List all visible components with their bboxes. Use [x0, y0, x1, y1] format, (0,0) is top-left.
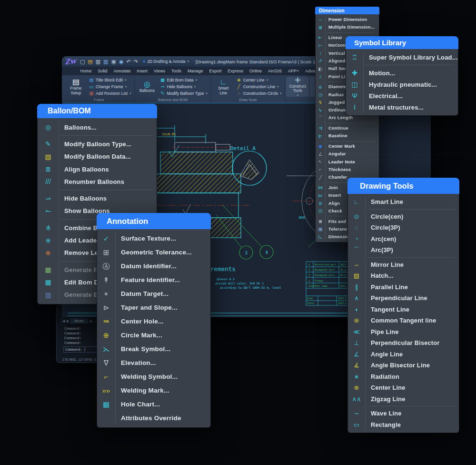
menu-item-renumber-balloons[interactable]: ///Renumber Balloons — [38, 175, 157, 188]
menu-item-elevation[interactable]: ∇Elevation... — [97, 356, 210, 370]
menu-item-hole-chart[interactable]: ▦Hole Chart... — [97, 397, 210, 411]
tab-insert[interactable]: Insert — [134, 67, 151, 75]
menu-item-common-tangent-line[interactable]: ⊛Common Tangent line — [348, 315, 459, 326]
tab-express[interactable]: Express — [225, 67, 247, 75]
tab-annotate[interactable]: Annotate — [110, 67, 134, 75]
tab-tools[interactable]: Tools — [168, 67, 184, 75]
redo-icon[interactable]: ↷ — [134, 59, 138, 64]
ribbon-button-title-block-edit[interactable]: ▤Title Block Edit▾ — [87, 77, 132, 83]
save-icon[interactable]: ▥ — [96, 59, 100, 64]
dimension-panel-header[interactable]: Dimension — [315, 7, 379, 14]
menu-item-welding-mark[interactable]: »»Welding Mark... — [97, 384, 210, 397]
menu-item-modify-balloon-type[interactable]: ✎Modify Balloon Type... — [38, 138, 157, 150]
menu-item-arc-cen[interactable]: ◔Arc(cen) — [348, 233, 459, 245]
tab-nav-left-icon[interactable]: ◀ ◀ — [62, 319, 69, 323]
menu-item-zigzag-line[interactable]: ∧∧Zigzag Line — [348, 394, 459, 405]
tab-views[interactable]: Views — [151, 67, 169, 75]
menu-item-angle-bisector-line[interactable]: ∡Angle Bisector Line — [348, 360, 459, 371]
menu-item-center-hole[interactable]: KBCenter Hole... — [97, 314, 210, 328]
ribbon-button-construction-circle[interactable]: ◌Construction Circle▾ — [235, 90, 283, 96]
menu-item-smart-line[interactable]: ∟Smart Line — [348, 196, 459, 208]
ribbon-button-change-frame[interactable]: ▭Change Frame▾ — [87, 83, 132, 90]
menu-item-surface-texture[interactable]: ✓Surface Texture... — [97, 232, 210, 245]
geometric-tolerance-icon: ⊞ — [97, 249, 115, 256]
menu-item-circle-3p[interactable]: ◌Circle(3P) — [348, 222, 459, 233]
new-file-icon[interactable]: ▢ — [80, 59, 85, 64]
menu-item-hide-balloons[interactable]: ⇀Hide Balloons — [38, 192, 157, 204]
menu-item-super-symbol-library-load[interactable]: ♖Super Symbol Library Load... — [346, 51, 458, 63]
menu-item-perpendicular-bisector[interactable]: ⊥Perpendicular Bisector — [348, 337, 459, 349]
ribbon-button-frame-setup[interactable]: ▤FrameSetup — [65, 76, 87, 97]
menu-item-tangent-line[interactable]: ◖Tangent Line — [348, 304, 459, 315]
tab-home[interactable]: Home — [77, 67, 95, 75]
menu-item-continue[interactable]: ⇉Continue — [316, 124, 379, 132]
ribbon-button-construct-tools[interactable]: ✛ConstructTools▾ — [286, 77, 309, 97]
menu-item-datum-target[interactable]: ⌖Datum Target... — [97, 287, 210, 301]
tab-export[interactable]: Export — [206, 67, 225, 75]
menu-item-power-dimension[interactable]: ↔Power Dimension — [316, 16, 379, 23]
menu-item-wave-line[interactable]: ∼Wave Line — [348, 408, 459, 419]
menu-item-datum-identifier[interactable]: ⒶDatum Identifier... — [97, 259, 210, 273]
menu-item-geometric-tolerance[interactable]: ⊞Geometric Tolerance... — [97, 245, 210, 259]
tab-nav-right-icon[interactable]: ▶ — [90, 319, 92, 323]
menu-item-radiation[interactable]: ∗Radiation — [348, 371, 459, 383]
open-folder-icon[interactable]: ▤ — [88, 59, 92, 64]
menu-item-angular[interactable]: ∠Angular — [316, 150, 379, 158]
menu-item-mirror-line[interactable]: ⇔Mirror Line — [348, 259, 459, 271]
menu-item-balloons[interactable]: ◎Balloons... — [38, 121, 157, 133]
menu-item-attributes-override[interactable]: Attributes Override — [97, 411, 210, 425]
menu-item-align-balloons[interactable]: ≣Align Balloons — [38, 163, 157, 175]
menu-item-circle-cen[interactable]: ⊙Circle(cen) — [348, 211, 459, 222]
combine-balloons-icon: ⋔ — [38, 224, 59, 231]
annotation-panel-header[interactable]: Annotation — [97, 213, 211, 229]
ribbon-button-construction-line[interactable]: ╱Construction Line▾ — [235, 83, 283, 90]
tab-arcgis[interactable]: ArcGIS — [265, 67, 285, 75]
ribbon-button-add-revision-list[interactable]: ▥Add Revision List▾ — [87, 90, 132, 96]
menu-item-modify-balloon-data[interactable]: ▧Modify Balloon Data... — [38, 151, 157, 163]
power-dimension-icon: ↔ — [316, 17, 325, 22]
menu-item-metal-structures[interactable]: ⅠMetal structures... — [346, 101, 458, 113]
menu-item-angle-line[interactable]: ∠Angle Line — [348, 349, 459, 360]
tab-online[interactable]: Online — [247, 67, 265, 75]
ribbon-button-modify-balloon-type[interactable]: ✎Modify Balloon Type▾ — [158, 90, 208, 96]
ribbon-button-center-line[interactable]: ⊕Center Line▾ — [235, 77, 283, 83]
menu-item-taper-and-slope[interactable]: ⊳Taper and Slope... — [97, 301, 210, 314]
menu-item-rectangle[interactable]: ▭Rectangle — [348, 419, 459, 431]
menu-item-pipe-line[interactable]: ≪Pipe Line — [348, 326, 459, 338]
preview-icon[interactable]: ◉ — [119, 59, 124, 64]
chevron-down-icon: ▾ — [277, 85, 278, 89]
tab-app[interactable]: APP+ — [285, 67, 302, 75]
workspace-switcher[interactable]: ● 2D Drafting & Annota ▾ — [143, 59, 189, 64]
symbol-library-panel-header[interactable]: Symbol Library — [346, 36, 458, 49]
menu-item-hatch[interactable]: ▨Hatch... — [348, 270, 459, 282]
ribbon-button-edit-bom-data[interactable]: ▦Edit Bom Data▾ — [158, 77, 208, 83]
menu-item-parallel-line[interactable]: ∥Parallel Line — [348, 282, 459, 293]
menu-item-center-line[interactable]: ⊕Center Line — [348, 382, 459, 394]
angle-line-icon: ∠ — [348, 351, 365, 357]
undo-icon[interactable]: ↶ — [127, 59, 131, 64]
tab-manage[interactable]: Manage — [184, 67, 206, 75]
ribbon-button-smart-line[interactable]: ∟SmartLine — [212, 76, 235, 97]
save-as-icon[interactable]: ▥ — [103, 59, 108, 64]
menu-item-arc-3p[interactable]: ⌒Arc(3P) — [348, 244, 459, 256]
tab-solid[interactable]: Solid — [95, 67, 110, 75]
menu-item-center-mark[interactable]: ◉Center Mark — [316, 142, 379, 150]
menu-item-feature-identifier[interactable]: ↟Feature Identifier... — [97, 273, 210, 287]
ribbon-button-hide-balloons[interactable]: ⇀Hide Balloons▾ — [158, 83, 208, 90]
menu-item-circle-mark[interactable]: ⊕Circle Mark... — [97, 328, 210, 342]
menu-item-motion[interactable]: ✚Motion... — [346, 67, 458, 79]
menu-item-leader-note[interactable]: ↖Leader Note — [316, 158, 379, 166]
ribbon-button-balloons[interactable]: ◎Balloons — [136, 76, 158, 97]
menu-item-multiple-dimension[interactable]: ⊞Multiple Dimension... — [316, 23, 379, 31]
tab-model[interactable]: Model — [70, 318, 88, 323]
ballon-bom-panel-header[interactable]: Ballon/BOM — [37, 104, 157, 118]
menu-item-electrical[interactable]: ΨElectrical... — [346, 90, 458, 101]
menu-item-hydraulic-pneumatic[interactable]: ◫Hydraulic pneumatic... — [346, 79, 458, 90]
plot-icon[interactable]: ▣ — [111, 59, 116, 64]
menu-item-baseline[interactable]: ⇇Baseline — [316, 132, 379, 140]
menu-item-break-symbol[interactable]: ⋋Break Symbol... — [97, 342, 210, 356]
menu-item-welding-symbol[interactable]: ⌐Welding Symbol... — [97, 370, 210, 384]
menu-item-perpendicular-line[interactable]: ∧Perpendicular Line — [348, 293, 459, 304]
drawing-tools-panel-header[interactable]: Drawing Tools — [347, 178, 459, 194]
menu-item-thickness[interactable]: ⌐Thickness — [316, 166, 379, 173]
